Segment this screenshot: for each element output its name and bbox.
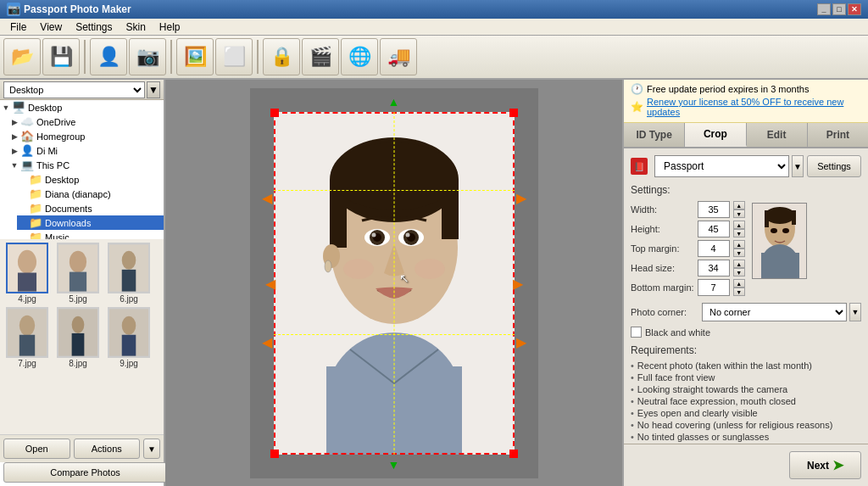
open-toolbar-btn[interactable]: 📂 [3, 38, 41, 75]
menu-view[interactable]: View [33, 20, 69, 35]
next-button[interactable]: Next ➤ [789, 451, 861, 479]
crop-handle-tr[interactable] [509, 109, 518, 117]
globe-toolbar-btn[interactable]: 🌐 [341, 38, 378, 75]
bottommargin-input[interactable] [698, 279, 730, 296]
tree-item-homegroup[interactable]: ▶ 🏠 Homegroup [8, 129, 164, 143]
tree-item-documents[interactable]: 📁 Documents [17, 201, 164, 215]
tree-item-diana[interactable]: 📁 Diana (dianapc) [17, 187, 164, 201]
bw-checkbox[interactable] [631, 327, 642, 338]
toolbar-separator-3 [257, 40, 259, 74]
width-down-btn[interactable]: ▼ [733, 209, 745, 218]
req-item-5: No head covering (unless for religious r… [631, 419, 861, 431]
thumbnail-9jpg[interactable]: 9.jpg [105, 307, 153, 368]
person-toolbar-btn[interactable]: 👤 [90, 38, 127, 75]
crop-handle-br[interactable] [509, 450, 518, 458]
folder-diana-icon: 📁 [29, 187, 42, 200]
thumb-label-8jpg: 8.jpg [69, 359, 87, 368]
tab-crop[interactable]: Crop [685, 123, 746, 147]
headsize-input[interactable] [698, 260, 730, 277]
tree-item-dimi[interactable]: ▶ 👤 Di Mi [8, 143, 164, 158]
crop-handle-bl[interactable] [270, 450, 279, 458]
settings-grid: Width: ▲ ▼ Height: ▲ ▼ Top margin: [631, 201, 745, 296]
settings-button[interactable]: Settings [807, 155, 861, 177]
tab-idtype[interactable]: ID Type [624, 123, 685, 147]
topmargin-label: Top margin: [631, 243, 694, 254]
notif-link-renew[interactable]: Renew your license at 50% OFF to receive… [647, 97, 861, 117]
film-toolbar-btn[interactable]: 🎬 [302, 38, 339, 75]
center-canvas: ◀ ▶ ▲ ▼ ◀ ▶ ◀ ▶ ↖ [165, 80, 622, 486]
crop-handle-bottom[interactable]: ▼ [388, 458, 400, 472]
crop-handle-tl[interactable] [270, 109, 279, 117]
crop-handle-mid-left-top[interactable]: ◀ [262, 190, 272, 206]
headsize-up-btn[interactable]: ▲ [733, 260, 745, 268]
height-down-btn[interactable]: ▼ [733, 229, 745, 237]
folder-downloads-icon: 📁 [29, 216, 42, 229]
crop-handle-left[interactable]: ◀ [265, 275, 275, 291]
actions-button[interactable]: Actions [74, 439, 141, 459]
location-select[interactable]: Desktop [3, 81, 145, 98]
thumbnail-7jpg[interactable]: 7.jpg [3, 307, 51, 368]
crop-handle-mid-right-bottom[interactable]: ▶ [516, 334, 526, 350]
bottommargin-up-btn[interactable]: ▲ [733, 279, 745, 288]
menu-file[interactable]: File [3, 20, 33, 35]
topmargin-down-btn[interactable]: ▼ [733, 249, 745, 257]
window-controls: _ □ ✕ [817, 3, 861, 15]
close-btn[interactable]: ✕ [848, 3, 861, 15]
svg-point-43 [771, 228, 777, 233]
star-icon: ⭐ [631, 101, 643, 113]
bw-row: Black and white [631, 327, 861, 338]
tree-expand-dimi[interactable]: ▶ [10, 147, 19, 155]
height-input[interactable] [698, 221, 730, 237]
open-button[interactable]: Open [3, 439, 70, 459]
square-toolbar-btn[interactable]: ⬜ [215, 38, 253, 75]
save-toolbar-btn[interactable]: 💾 [42, 38, 80, 75]
topmargin-input[interactable] [698, 240, 730, 257]
camera-toolbar-btn[interactable]: 📷 [129, 38, 166, 75]
menu-settings[interactable]: Settings [69, 20, 119, 35]
passport-type-select[interactable]: Passport [654, 155, 789, 177]
actions-arrow-btn[interactable]: ▼ [143, 439, 160, 459]
tab-edit[interactable]: Edit [747, 123, 808, 147]
corner-dropdown-arrow[interactable]: ▼ [849, 303, 861, 321]
width-up-btn[interactable]: ▲ [733, 201, 745, 209]
tree-expand-onedrive[interactable]: ▶ [10, 118, 19, 126]
corner-select[interactable]: No corner Rounded Square [702, 303, 847, 321]
tree-item-onedrive[interactable]: ▶ ☁️ OneDrive [8, 115, 164, 129]
tree-item-thispc[interactable]: ▼ 💻 This PC [8, 158, 164, 172]
crop-handle-top[interactable]: ▲ [388, 95, 400, 109]
tree-item-downloads[interactable]: 📁 Downloads [17, 215, 164, 230]
location-arrow-btn[interactable]: ▼ [147, 81, 160, 98]
thumbnail-5jpg[interactable]: 5.jpg [54, 243, 102, 304]
lock-toolbar-btn[interactable]: 🔒 [263, 38, 300, 75]
menu-help[interactable]: Help [153, 20, 187, 35]
tree-item-music[interactable]: 📁 Music [17, 230, 164, 239]
frame-toolbar-btn[interactable]: 🖼️ [176, 38, 214, 75]
thumb-img-9jpg [108, 307, 150, 358]
bottommargin-down-btn[interactable]: ▼ [733, 288, 745, 296]
maximize-btn[interactable]: □ [832, 3, 846, 15]
tab-print[interactable]: Print [808, 123, 868, 147]
tree-expand-desktop[interactable]: ▼ [2, 103, 10, 112]
tree-item-desktop2[interactable]: 📁 Desktop [17, 172, 164, 187]
tree-expand-homegroup[interactable]: ▶ [10, 132, 19, 141]
menu-skin[interactable]: Skin [120, 20, 153, 35]
window-title: Passport Photo Maker [24, 3, 817, 15]
compare-photos-button[interactable]: Compare Photos [3, 462, 167, 483]
minimize-btn[interactable]: _ [817, 3, 831, 15]
thumbnail-4jpg[interactable]: 4.jpg [3, 243, 51, 304]
crop-handle-right[interactable]: ▶ [513, 275, 523, 291]
passport-dropdown-arrow[interactable]: ▼ [792, 155, 804, 177]
crop-handle-mid-left-bottom[interactable]: ◀ [262, 334, 272, 350]
width-input[interactable] [698, 201, 730, 218]
toolbar-separator-1 [84, 40, 86, 74]
thumbnail-6jpg[interactable]: 6.jpg [105, 243, 153, 304]
svg-point-16 [122, 316, 136, 335]
deliver-toolbar-btn[interactable]: 🚚 [380, 38, 417, 75]
tree-item-desktop[interactable]: ▼ 🖥️ Desktop [0, 100, 164, 115]
height-up-btn[interactable]: ▲ [733, 221, 745, 229]
crop-handle-mid-right-top[interactable]: ▶ [516, 190, 526, 206]
thumbnail-8jpg[interactable]: 8.jpg [54, 307, 102, 368]
topmargin-up-btn[interactable]: ▲ [733, 240, 745, 249]
tree-expand-thispc[interactable]: ▼ [10, 161, 19, 170]
headsize-down-btn[interactable]: ▼ [733, 268, 745, 277]
